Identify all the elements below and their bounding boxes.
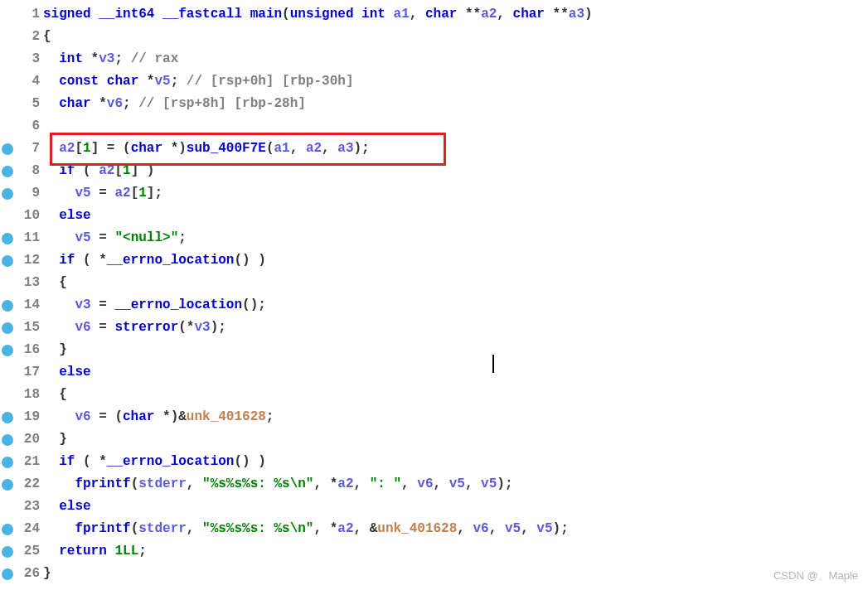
- code-text[interactable]: v3 = __errno_location();: [43, 294, 868, 317]
- breakpoint-dot-icon[interactable]: [2, 546, 13, 558]
- code-line[interactable]: 15 v6 = strerror(*v3);: [0, 317, 868, 339]
- code-line[interactable]: 6: [0, 115, 868, 138]
- token-pl: [43, 253, 59, 268]
- code-text[interactable]: }: [43, 428, 868, 451]
- code-text[interactable]: }: [43, 563, 868, 585]
- code-line[interactable]: 13 {: [0, 272, 868, 294]
- token-kw: int: [59, 51, 83, 66]
- code-text[interactable]: v6 = (char *)&unk_401628;: [43, 406, 868, 428]
- code-line[interactable]: 8 if ( a2[1] ): [0, 160, 868, 182]
- token-pl: [91, 7, 99, 22]
- code-text[interactable]: v5 = a2[1];: [43, 182, 868, 205]
- code-line[interactable]: 10 else: [0, 205, 868, 227]
- token-pl: {: [43, 29, 51, 44]
- token-kw: char: [131, 141, 162, 156]
- code-line[interactable]: 18 {: [0, 384, 868, 406]
- code-line[interactable]: 16 }: [0, 339, 868, 361]
- breakpoint-dot-icon[interactable]: [2, 188, 13, 200]
- breakpoint-dot-icon[interactable]: [2, 434, 13, 446]
- line-number: 18: [17, 384, 40, 406]
- code-text[interactable]: char *v6; // [rsp+8h] [rbp-28h]: [43, 93, 868, 115]
- token-pl: [43, 230, 75, 245]
- token-pl: ,: [187, 476, 202, 491]
- breakpoint-dot-icon[interactable]: [2, 345, 13, 356]
- code-line[interactable]: 12 if ( *__errno_location() ): [0, 249, 868, 272]
- breakpoint-dot-icon[interactable]: [2, 457, 13, 468]
- token-pl: *: [138, 74, 154, 89]
- breakpoint-dot-icon[interactable]: [2, 568, 13, 580]
- code-text[interactable]: {: [43, 384, 868, 406]
- code-line[interactable]: 1signed __int64 __fastcall main(unsigned…: [0, 3, 868, 26]
- code-line[interactable]: 21 if ( *__errno_location() ): [0, 451, 868, 473]
- code-text[interactable]: if ( *__errno_location() ): [43, 249, 868, 272]
- code-line[interactable]: 2{: [0, 26, 868, 48]
- token-ty: __int64: [99, 7, 154, 22]
- decompiler-view[interactable]: 1signed __int64 __fastcall main(unsigned…: [0, 0, 868, 585]
- token-pl: [43, 141, 59, 156]
- code-text[interactable]: else: [43, 496, 868, 518]
- breakpoint-dot-icon[interactable]: [2, 322, 13, 334]
- code-text[interactable]: int *v3; // rax: [43, 48, 868, 70]
- code-text[interactable]: fprintf(stderr, "%s%s%s: %s\n", *a2, ": …: [43, 473, 868, 496]
- token-pl: ;: [266, 409, 274, 424]
- code-line[interactable]: 11 v5 = "<null>";: [0, 227, 868, 249]
- code-line[interactable]: 22 fprintf(stderr, "%s%s%s: %s\n", *a2, …: [0, 473, 868, 496]
- code-text[interactable]: if ( *__errno_location() ): [43, 451, 868, 473]
- token-am: unk_401628: [377, 521, 457, 536]
- code-line[interactable]: 3 int *v3; // rax: [0, 48, 868, 70]
- breakpoint-dot-icon[interactable]: [2, 300, 13, 312]
- breakpoint-dot-icon[interactable]: [2, 524, 13, 535]
- code-line[interactable]: 17 else: [0, 361, 868, 384]
- code-line[interactable]: 24 fprintf(stderr, "%s%s%s: %s\n", *a2, …: [0, 518, 868, 540]
- code-text[interactable]: else: [43, 205, 868, 227]
- code-line[interactable]: 25 return 1LL;: [0, 540, 868, 563]
- token-st: ": ": [370, 476, 401, 491]
- breakpoint-dot-icon[interactable]: [2, 143, 13, 155]
- token-pl: =: [91, 320, 115, 335]
- code-line[interactable]: 23 else: [0, 496, 868, 518]
- line-number: 21: [17, 451, 40, 473]
- breakpoint-dot-icon[interactable]: [2, 166, 13, 177]
- token-pl: (: [131, 476, 139, 491]
- token-fn: fprintf: [75, 476, 130, 491]
- code-line[interactable]: 19 v6 = (char *)&unk_401628;: [0, 406, 868, 428]
- code-line[interactable]: 7 a2[1] = (char *)sub_400F7E(a1, a2, a3)…: [0, 138, 868, 160]
- code-text[interactable]: const char *v5; // [rsp+0h] [rbp-30h]: [43, 70, 868, 93]
- token-kw: unsigned: [290, 7, 354, 22]
- token-pl: );: [211, 320, 226, 335]
- code-line[interactable]: 5 char *v6; // [rsp+8h] [rbp-28h]: [0, 93, 868, 115]
- token-pl: [354, 7, 362, 22]
- breakpoint-dot-icon[interactable]: [2, 255, 13, 267]
- token-id: v6: [473, 521, 489, 536]
- code-line[interactable]: 14 v3 = __errno_location();: [0, 294, 868, 317]
- breakpoint-dot-icon[interactable]: [2, 479, 13, 491]
- code-line[interactable]: 26}: [0, 563, 868, 585]
- code-text[interactable]: if ( a2[1] ): [43, 160, 868, 182]
- token-cm: // [rsp+8h] [rbp-28h]: [138, 96, 306, 111]
- code-text[interactable]: a2[1] = (char *)sub_400F7E(a1, a2, a3);: [43, 138, 868, 160]
- breakpoint-dot-icon[interactable]: [2, 412, 13, 423]
- code-text[interactable]: return 1LL;: [43, 540, 868, 563]
- token-kw: else: [59, 365, 90, 380]
- code-text[interactable]: v6 = strerror(*v3);: [43, 317, 868, 339]
- code-text[interactable]: }: [43, 339, 868, 361]
- token-am: unk_401628: [187, 409, 266, 424]
- token-id: a2: [306, 141, 322, 156]
- breakpoint-dot-icon[interactable]: [2, 233, 13, 244]
- code-line[interactable]: 4 const char *v5; // [rsp+0h] [rbp-30h]: [0, 70, 868, 93]
- token-id: v6: [75, 320, 90, 335]
- code-text[interactable]: signed __int64 __fastcall main(unsigned …: [43, 3, 868, 26]
- line-number: 7: [17, 138, 40, 160]
- token-pl: () ): [234, 253, 265, 268]
- token-pl: ;: [123, 96, 138, 111]
- token-fn: fprintf: [75, 521, 130, 536]
- code-text[interactable]: v5 = "<null>";: [43, 227, 868, 249]
- code-line[interactable]: 9 v5 = a2[1];: [0, 182, 868, 205]
- token-pl: );: [553, 521, 569, 536]
- code-text[interactable]: fprintf(stderr, "%s%s%s: %s\n", *a2, &un…: [43, 518, 868, 540]
- code-text[interactable]: {: [43, 26, 868, 48]
- token-pl: ;: [178, 230, 187, 245]
- code-text[interactable]: {: [43, 272, 868, 294]
- code-text[interactable]: else: [43, 361, 868, 384]
- code-line[interactable]: 20 }: [0, 428, 868, 451]
